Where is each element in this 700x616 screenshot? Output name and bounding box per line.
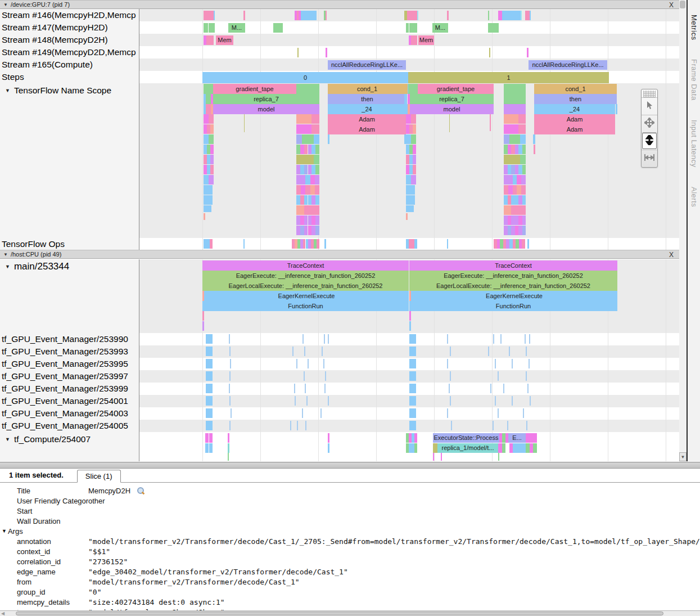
trace-event[interactable]: then bbox=[328, 94, 407, 104]
trace-event[interactable] bbox=[616, 104, 617, 114]
trace-event[interactable] bbox=[204, 175, 214, 185]
trace-event[interactable] bbox=[296, 155, 319, 164]
trace-event[interactable] bbox=[451, 421, 452, 430]
trace-event[interactable] bbox=[229, 347, 231, 356]
trace-event[interactable] bbox=[204, 11, 214, 20]
trace-event[interactable] bbox=[204, 205, 211, 212]
trace-event[interactable] bbox=[296, 145, 319, 154]
trace-event[interactable] bbox=[404, 84, 408, 94]
trace-event[interactable] bbox=[526, 371, 527, 381]
trace-event[interactable] bbox=[502, 11, 521, 20]
trace-event[interactable] bbox=[206, 347, 213, 356]
trace-event[interactable] bbox=[513, 443, 526, 453]
trace-event[interactable] bbox=[229, 421, 231, 430]
trace-event[interactable] bbox=[209, 23, 215, 33]
trace-event[interactable] bbox=[409, 371, 416, 381]
trace-event[interactable] bbox=[526, 433, 537, 443]
cpu-process-header[interactable]: ▼ /host:CPU (pid 49) X bbox=[0, 250, 679, 259]
trace-event[interactable] bbox=[495, 359, 496, 368]
trace-event[interactable] bbox=[507, 421, 508, 430]
trace-event[interactable]: Mem bbox=[216, 35, 233, 45]
trace-event[interactable] bbox=[411, 35, 417, 45]
trace-event[interactable] bbox=[450, 371, 451, 381]
side-tab-frame-data[interactable]: Frame Data bbox=[690, 59, 698, 101]
trace-event[interactable] bbox=[228, 443, 229, 453]
trace-event[interactable] bbox=[406, 165, 416, 174]
scroll-left-arrow-icon[interactable]: ◀ bbox=[1, 611, 4, 616]
trace-event[interactable] bbox=[512, 396, 513, 406]
trace-event[interactable] bbox=[305, 384, 306, 393]
trace-event[interactable] bbox=[408, 84, 418, 94]
trace-event[interactable] bbox=[449, 114, 450, 132]
trace-event[interactable]: cond_1 bbox=[328, 84, 407, 94]
panel-divider[interactable] bbox=[0, 462, 700, 469]
trace-event[interactable] bbox=[504, 114, 526, 124]
trace-event[interactable] bbox=[409, 334, 416, 344]
trace-event[interactable] bbox=[202, 321, 204, 331]
trace-event[interactable] bbox=[509, 347, 510, 356]
trace-event[interactable] bbox=[498, 453, 499, 461]
trace-event[interactable] bbox=[406, 145, 416, 154]
trace-event[interactable]: FunctionRun bbox=[202, 301, 409, 311]
trace-event[interactable]: Adam bbox=[328, 114, 406, 124]
trace-event[interactable]: replica_7 bbox=[410, 94, 494, 104]
trace-event[interactable] bbox=[206, 35, 214, 45]
track-label[interactable]: ▼tf_Compute/254007 bbox=[0, 432, 139, 447]
trace-event[interactable] bbox=[409, 396, 416, 406]
trace-event[interactable] bbox=[409, 321, 411, 331]
trace-event[interactable] bbox=[526, 421, 527, 430]
trace-event[interactable]: M... bbox=[228, 23, 245, 33]
vertical-scrollbar[interactable]: ▼ bbox=[679, 0, 687, 461]
tab-slice[interactable]: Slice (1) bbox=[77, 470, 121, 483]
trace-event[interactable] bbox=[295, 396, 296, 406]
trace-event[interactable]: TraceContext bbox=[409, 260, 617, 271]
trace-event[interactable]: _24 bbox=[328, 104, 406, 114]
trace-event[interactable] bbox=[206, 371, 213, 381]
horizontal-scrollbar-thumb[interactable] bbox=[16, 611, 663, 615]
trace-event[interactable] bbox=[297, 421, 298, 430]
trace-event[interactable] bbox=[296, 359, 297, 368]
trace-event[interactable] bbox=[305, 421, 306, 430]
trace-event[interactable] bbox=[489, 48, 490, 57]
trace-event[interactable] bbox=[231, 408, 232, 418]
trace-event[interactable] bbox=[529, 334, 530, 344]
trace-event[interactable] bbox=[228, 453, 229, 461]
trace-event[interactable] bbox=[503, 384, 504, 393]
trace-event[interactable]: Adam bbox=[534, 124, 615, 134]
trace-event[interactable] bbox=[296, 215, 319, 225]
trace-event[interactable] bbox=[504, 145, 526, 154]
trace-event[interactable] bbox=[204, 155, 214, 164]
trace-event[interactable] bbox=[409, 421, 416, 430]
trace-event[interactable] bbox=[206, 334, 213, 344]
trace-event[interactable] bbox=[488, 11, 489, 20]
trace-event[interactable]: ncclAllReduceRingLLKe... bbox=[328, 60, 406, 70]
trace-event[interactable]: gradient_tape bbox=[418, 84, 494, 94]
trace-event[interactable] bbox=[328, 396, 329, 406]
trace-event[interactable] bbox=[406, 114, 416, 124]
trace-event[interactable] bbox=[204, 145, 214, 154]
trace-event[interactable] bbox=[512, 359, 513, 368]
trace-event[interactable]: FunctionRun bbox=[409, 301, 617, 311]
trace-event[interactable] bbox=[493, 334, 494, 344]
trace-event[interactable] bbox=[500, 334, 502, 344]
trace-event[interactable] bbox=[504, 195, 526, 205]
trace-event[interactable] bbox=[204, 134, 214, 144]
trace-event[interactable] bbox=[441, 453, 442, 461]
trace-event[interactable] bbox=[324, 239, 326, 249]
trace-event[interactable] bbox=[404, 94, 407, 104]
pan-tool-button[interactable] bbox=[642, 115, 657, 132]
trace-event[interactable] bbox=[406, 23, 409, 33]
trace-event[interactable] bbox=[504, 226, 526, 235]
track-label[interactable]: ▼TensorFlow Name Scope bbox=[0, 83, 139, 98]
trace-event[interactable]: Adam bbox=[534, 114, 615, 124]
trace-event[interactable]: EagerLocalExecute: __inference_train_fun… bbox=[202, 281, 409, 291]
trace-event[interactable] bbox=[447, 239, 448, 249]
trace-event[interactable] bbox=[447, 11, 449, 20]
trace-event[interactable] bbox=[328, 433, 329, 443]
trace-event[interactable] bbox=[499, 433, 508, 443]
trace-event[interactable] bbox=[498, 408, 499, 418]
trace-event[interactable] bbox=[493, 421, 494, 430]
trace-event[interactable] bbox=[204, 185, 213, 195]
trace-event[interactable] bbox=[320, 408, 322, 418]
trace-event[interactable] bbox=[230, 359, 231, 368]
